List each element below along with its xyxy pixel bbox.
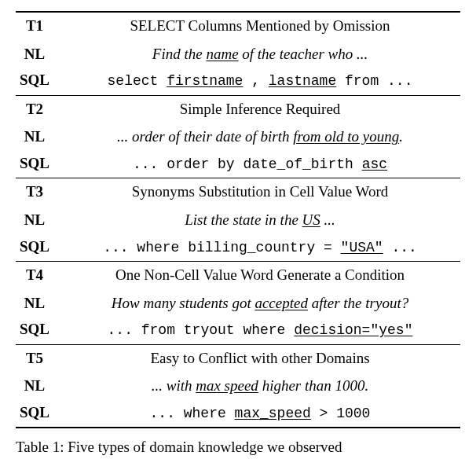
- table-row: NL ... with max speed higher than 1000.: [16, 372, 460, 400]
- title-text: One Non-Cell Value Word Generate a Condi…: [115, 266, 405, 283]
- title-text: Synonyms Substitution in Cell Value Word: [132, 183, 389, 200]
- nl-pre: How many students got: [112, 295, 255, 311]
- row-code: T2: [16, 95, 60, 123]
- sql-ul1: asc: [362, 156, 387, 172]
- table-row: SQL ... where max_speed > 1000: [16, 400, 460, 428]
- sql-ul1: firstname: [167, 73, 243, 89]
- nl-pre: ... order of their date of birth: [117, 128, 293, 145]
- table-row: NL List the state in the US ...: [16, 206, 460, 234]
- table-row: SQL ... order by date_of_birth asc: [16, 151, 460, 178]
- sql-label: SQL: [16, 400, 60, 428]
- sql-mid: ,: [243, 73, 268, 89]
- table-row: NL ... order of their date of birth from…: [16, 123, 460, 151]
- nl-ul: accepted: [254, 295, 308, 311]
- title-text: SELECT Columns Mentioned by Omission: [130, 17, 390, 34]
- title-text: Simple Inference Required: [180, 101, 341, 117]
- table-row: SQL select firstname , lastname from ...: [16, 68, 460, 95]
- nl-post: after the tryout?: [308, 295, 408, 311]
- nl-ul: name: [206, 46, 238, 62]
- nl-post: ...: [320, 211, 335, 228]
- nl-pre: Find the: [152, 46, 207, 62]
- sql-cell: select firstname , lastname from ...: [60, 68, 460, 95]
- nl-cell: How many students got accepted after the…: [60, 289, 460, 318]
- nl-label: NL: [16, 206, 60, 234]
- sql-pre: ... from tryout where: [108, 322, 295, 338]
- nl-post: of the teacher who ...: [239, 46, 368, 62]
- row-code: T1: [16, 12, 60, 40]
- nl-pre: ... with: [152, 377, 196, 394]
- sql-pre: select: [108, 73, 167, 89]
- sql-ul1: decision="yes": [294, 322, 412, 338]
- row-title: Simple Inference Required: [60, 95, 460, 123]
- nl-post: .: [399, 128, 403, 145]
- nl-pre: List the state in the: [185, 211, 302, 228]
- nl-label: NL: [16, 123, 60, 151]
- row-title: SELECT Columns Mentioned by Omission: [60, 12, 460, 40]
- table-row: T4 One Non-Cell Value Word Generate a Co…: [16, 261, 460, 288]
- sql-pre: ... where: [150, 406, 235, 421]
- table-row: T1 SELECT Columns Mentioned by Omission: [16, 12, 460, 40]
- table-row: NL Find the name of the teacher who ...: [16, 40, 460, 68]
- row-title: One Non-Cell Value Word Generate a Condi…: [60, 261, 460, 288]
- sql-post: from ...: [336, 73, 412, 89]
- nl-ul: from old to young: [293, 128, 399, 145]
- examples-table: T1 SELECT Columns Mentioned by Omission …: [16, 11, 460, 428]
- row-title: Easy to Conflict with other Domains: [60, 344, 460, 372]
- table-caption: Table 1: Five types of domain knowledge …: [16, 438, 460, 457]
- sql-label: SQL: [16, 317, 60, 344]
- sql-label: SQL: [16, 234, 60, 262]
- nl-label: NL: [16, 40, 60, 68]
- table-row: NL How many students got accepted after …: [16, 289, 460, 318]
- sql-pre: ... order by date_of_birth: [133, 156, 362, 172]
- sql-cell: ... from tryout where decision="yes": [60, 317, 460, 344]
- nl-cell: ... with max speed higher than 1000.: [60, 372, 460, 400]
- sql-cell: ... where max_speed > 1000: [60, 400, 460, 428]
- nl-ul: max speed: [196, 377, 258, 394]
- row-code: T4: [16, 261, 60, 288]
- sql-post: ...: [383, 240, 417, 255]
- table-row: T2 Simple Inference Required: [16, 95, 460, 123]
- sql-ul1: max_speed: [235, 406, 311, 421]
- sql-cell: ... where billing_country = "USA" ...: [60, 234, 460, 262]
- sql-ul2: lastname: [269, 73, 336, 89]
- sql-pre: ... where billing_country =: [103, 240, 340, 255]
- nl-cell: Find the name of the teacher who ...: [60, 40, 460, 68]
- title-text: Easy to Conflict with other Domains: [150, 350, 369, 366]
- nl-cell: ... order of their date of birth from ol…: [60, 123, 460, 151]
- row-code: T3: [16, 178, 60, 206]
- table-row: T5 Easy to Conflict with other Domains: [16, 344, 460, 372]
- sql-ul1: "USA": [341, 240, 383, 255]
- row-title: Synonyms Substitution in Cell Value Word: [60, 178, 460, 206]
- nl-label: NL: [16, 372, 60, 400]
- nl-cell: List the state in the US ...: [60, 206, 460, 234]
- sql-label: SQL: [16, 151, 60, 178]
- nl-ul: US: [302, 211, 320, 228]
- sql-cell: ... order by date_of_birth asc: [60, 151, 460, 178]
- nl-label: NL: [16, 289, 60, 318]
- row-code: T5: [16, 344, 60, 372]
- sql-post: > 1000: [311, 406, 371, 421]
- table-row: T3 Synonyms Substitution in Cell Value W…: [16, 178, 460, 206]
- table-row: SQL ... where billing_country = "USA" ..…: [16, 234, 460, 262]
- table-row: SQL ... from tryout where decision="yes": [16, 317, 460, 344]
- nl-post: higher than 1000.: [258, 377, 368, 394]
- sql-label: SQL: [16, 68, 60, 95]
